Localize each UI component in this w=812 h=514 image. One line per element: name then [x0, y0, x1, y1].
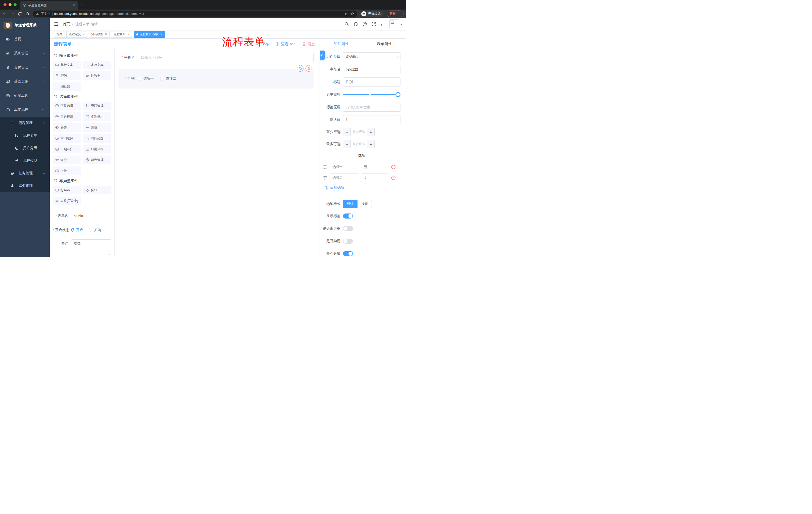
view-json-button[interactable]: 查看json [276, 42, 295, 47]
label-width-input[interactable] [346, 105, 398, 109]
tab-component-props[interactable]: 组件属性 [320, 39, 363, 49]
palette-component-item[interactable]: 时间选择 [53, 134, 81, 142]
palette-component-item[interactable]: 上传 [53, 166, 81, 175]
minus-circle-icon[interactable] [391, 164, 396, 169]
palette-component-item[interactable]: 多选框组 [83, 112, 111, 121]
tag-close-icon[interactable]: ✕ [160, 33, 163, 36]
palette-component-item[interactable]: 编辑器 [53, 82, 81, 91]
star-outline-icon[interactable] [350, 12, 354, 16]
tag-close-icon[interactable]: ✕ [105, 33, 107, 36]
key-icon[interactable] [344, 12, 348, 16]
minus-circle-icon[interactable] [391, 175, 396, 180]
tag-view-item[interactable]: 流程表单-编辑 ✕ [134, 31, 165, 38]
status-off-radio[interactable]: 关闭 [89, 226, 101, 234]
option-value-input[interactable] [361, 163, 389, 171]
phone-input[interactable] [138, 53, 314, 62]
palette-component-item[interactable]: 密码 [53, 72, 81, 80]
github-icon[interactable] [353, 22, 358, 27]
palette-component-item[interactable]: 表格[开发中] [53, 197, 81, 205]
forward-icon[interactable] [10, 11, 14, 16]
toggle-switch[interactable] [343, 251, 353, 256]
new-tab-button[interactable]: + [80, 2, 83, 8]
palette-component-item[interactable]: 评分 [53, 156, 81, 164]
sidebar-logo[interactable]: 芋道管理系统 [0, 18, 50, 32]
palette-component-item[interactable]: 日期范围 [83, 145, 111, 154]
clear-button[interactable]: 清空 [302, 42, 315, 47]
field-name-input[interactable] [346, 67, 398, 72]
palette-component-item[interactable]: 颜色选择 [83, 156, 111, 164]
option-label-input[interactable] [330, 173, 359, 182]
address-bar[interactable]: 不安全 dashboard.yudao.iocoder.cn/bpm/manag… [33, 10, 357, 17]
sidebar-item[interactable]: 研发工具 [0, 88, 50, 103]
canvas-selected-component[interactable]: 性别 选项一 选项二 [118, 69, 314, 88]
hamburger-icon[interactable] [54, 22, 59, 27]
palette-component-item[interactable]: 按钮 [83, 186, 111, 194]
question-icon[interactable] [362, 22, 367, 27]
home-icon[interactable] [25, 11, 30, 16]
form-canvas[interactable]: 手机号 性别 [115, 49, 320, 257]
toggle-switch[interactable] [343, 214, 353, 218]
title-input[interactable] [346, 80, 398, 84]
palette-component-item[interactable]: 日期选择 [53, 145, 81, 154]
palette-component-item[interactable]: 下拉选择 [53, 102, 81, 110]
min-select-stepper[interactable]: − 至少应选 + [343, 128, 375, 136]
tag-view-item[interactable]: 首页 [54, 31, 65, 38]
decrease-icon[interactable]: − [343, 140, 351, 148]
slider-track[interactable] [343, 94, 399, 95]
sidebar-item[interactable]: 基础设施 [0, 75, 50, 88]
sliders-icon[interactable] [323, 175, 328, 180]
grip-icon[interactable] [108, 253, 111, 255]
default-value-input[interactable] [346, 118, 398, 122]
sidebar-item[interactable]: 请假查询 [0, 180, 50, 192]
form-name-input[interactable] [71, 212, 111, 220]
palette-component-item[interactable]: 行容器 [53, 186, 81, 194]
tag-close-icon[interactable]: ✕ [127, 33, 129, 36]
window-controls[interactable] [0, 0, 20, 9]
palette-component-item[interactable]: 开关 [53, 123, 81, 132]
component-type-select[interactable] [343, 52, 401, 61]
palette-component-item[interactable]: 级联选择 [83, 102, 111, 110]
option-label-input[interactable] [330, 163, 359, 171]
style-button-button[interactable]: 按钮 [357, 200, 372, 208]
max-select-stepper[interactable]: − 最多可选 + [343, 140, 375, 148]
browser-menu-icon[interactable]: ⋮ [398, 12, 401, 16]
minimize-window-button[interactable] [8, 3, 11, 6]
reload-icon[interactable] [18, 11, 22, 16]
palette-component-item[interactable]: 多行文本 [83, 61, 111, 69]
sidebar-item[interactable]: 流程表单 [0, 129, 50, 142]
copy-icon[interactable] [297, 65, 303, 72]
option-value-input[interactable] [361, 173, 389, 182]
toggle-switch[interactable] [343, 226, 353, 231]
sidebar-item[interactable]: 系统管理 [0, 46, 50, 60]
tab-form-props[interactable]: 表单属性 [363, 39, 406, 49]
fullscreen-icon[interactable] [371, 22, 376, 27]
sidebar-item[interactable]: 首页 [0, 32, 50, 46]
back-icon[interactable] [2, 11, 7, 16]
palette-component-item[interactable]: 123 计数器 [83, 72, 111, 80]
add-option-button[interactable]: 添加选项 [324, 186, 401, 190]
sidebar-item[interactable]: 工作流程 [0, 103, 50, 117]
trash-icon[interactable] [306, 65, 312, 72]
tag-view-item[interactable]: 流程表单 ✕ [111, 31, 132, 38]
palette-component-item[interactable]: 滑块 [83, 123, 111, 132]
link-icon[interactable] [320, 51, 325, 60]
sidebar-item[interactable]: 用户分组 [0, 142, 50, 154]
slider-handle[interactable] [396, 92, 401, 97]
avatar-dropdown-caret-icon[interactable]: ▾ [401, 23, 402, 26]
remark-textarea[interactable]: 嘿嘿 [71, 239, 111, 256]
gender-option-checkbox[interactable]: 选项二 [160, 77, 176, 81]
warning-icon[interactable] [36, 12, 39, 16]
image-placeholder-icon[interactable] [389, 19, 399, 29]
close-window-button[interactable] [3, 3, 6, 6]
decrease-icon[interactable]: − [343, 128, 351, 136]
tag-view-item[interactable]: 流程模型 ✕ [89, 31, 110, 38]
tag-view-item[interactable]: 流程定义 ✕ [66, 31, 87, 38]
status-on-radio[interactable]: 开启 [71, 226, 83, 234]
tag-close-icon[interactable]: ✕ [82, 33, 85, 36]
canvas-field-phone[interactable]: 手机号 [118, 53, 314, 62]
sidebar-item[interactable]: 流程模型 [0, 154, 50, 167]
fontsize-icon[interactable] [380, 22, 385, 27]
browser-update-button[interactable]: 更新 ⋮ [387, 10, 404, 17]
toggle-switch[interactable] [343, 239, 353, 244]
style-default-button[interactable]: 默认 [343, 200, 357, 208]
